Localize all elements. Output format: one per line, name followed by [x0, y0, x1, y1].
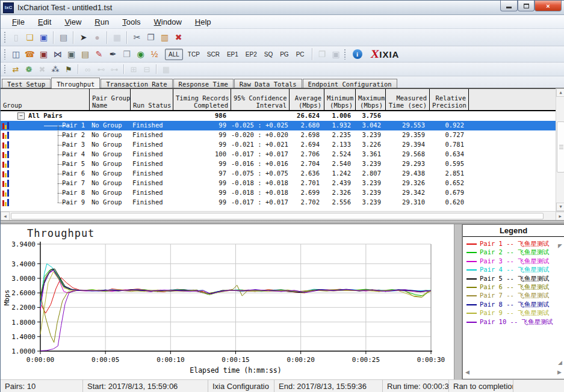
column-header--[interactable]	[469, 89, 556, 110]
save-icon[interactable]: ▣	[37, 32, 50, 43]
scroll-down-icon[interactable]: ▼	[556, 203, 564, 211]
run-icon[interactable]: ➤	[77, 32, 90, 43]
table-row-pair-4[interactable]: Pair 4No GroupFinished100-0.017 : +0.017…	[1, 150, 556, 159]
cell-min: 2.439	[324, 179, 351, 186]
column-header-measured-time-sec-[interactable]: MeasuredTime (sec)	[386, 89, 430, 110]
menu-file[interactable]: File	[5, 16, 31, 28]
column-header-95-confidence-interval[interactable]: 95% ConfidenceInterval	[231, 89, 290, 110]
table-row-pair-5[interactable]: Pair 5No GroupFinished99-0.016 : +0.0162…	[1, 159, 556, 169]
y-tick-label: 1.0000	[11, 348, 36, 355]
open-folder-icon[interactable]: ❏	[23, 32, 36, 43]
copy-icon[interactable]: ❐	[144, 32, 157, 43]
legend-scroll-down-icon[interactable]: ◢	[558, 360, 562, 366]
menu-edit[interactable]: Edit	[31, 16, 58, 28]
vertical-splitter[interactable]	[454, 224, 462, 379]
column-header-timing-records-completed[interactable]: Timing RecordsCompleted	[173, 89, 231, 110]
scroll-up-icon[interactable]: ▲	[556, 88, 564, 97]
toolbar-gripper[interactable]	[4, 64, 7, 73]
leave-group-icon: ⊟	[141, 64, 153, 75]
scroll-right-icon[interactable]: ▶	[556, 212, 564, 221]
menu-tools[interactable]: Tools	[116, 16, 147, 28]
relink-pairs-icon: ⊶	[108, 64, 120, 75]
filter-ep1[interactable]: EP1	[225, 49, 241, 60]
filter-sq[interactable]: SQ	[262, 49, 275, 60]
menu-help[interactable]: Help	[188, 16, 218, 28]
table-row-pair-8[interactable]: Pair 8No GroupFinished99-0.018 : +0.0182…	[1, 188, 556, 198]
filter-pc[interactable]: PC	[294, 49, 307, 60]
table-row-pair-2[interactable]: Pair 2No GroupFinished99-0.020 : +0.0202…	[1, 130, 556, 140]
add-multicast-group-icon[interactable]: ⋈	[51, 49, 64, 60]
filter-ep2[interactable]: EP2	[243, 49, 259, 60]
toolbar-separator	[107, 31, 108, 44]
replicate-pair-icon[interactable]: ❒	[120, 49, 133, 60]
toolbar-gripper[interactable]	[344, 49, 347, 60]
close-button[interactable]: ×	[535, 1, 562, 11]
filter-tcp[interactable]: TCP	[185, 49, 202, 60]
wizard-icon[interactable]: ❁	[23, 64, 35, 75]
cell-prec: 0.652	[430, 179, 464, 186]
cell-prec: 0.922	[430, 121, 464, 129]
tab-raw-data-totals[interactable]: Raw Data Totals	[234, 79, 302, 88]
filter-pg[interactable]: PG	[277, 49, 291, 60]
finish-flag-icon[interactable]: ⚑	[63, 64, 75, 75]
column-header--run-status[interactable]: Run Status	[131, 89, 173, 110]
collapse-toggle-icon[interactable]: −	[17, 112, 25, 120]
paste-icon[interactable]: ▥	[158, 32, 171, 43]
add-pair-icon[interactable]: ◫	[10, 49, 22, 60]
add-hardware-pair-icon[interactable]: ▣	[65, 49, 78, 60]
filter-scr[interactable]: SCR	[205, 49, 222, 60]
column-header-pair-group-name[interactable]: Pair GroupName	[90, 89, 131, 110]
print-icon[interactable]: ▤	[57, 32, 70, 43]
cell-ci: -0.018 : +0.018	[231, 189, 285, 196]
tab-test-setup[interactable]: Test Setup	[2, 79, 51, 88]
tab-throughput[interactable]: Throughput	[51, 78, 100, 88]
menu-window[interactable]: Window	[147, 16, 188, 28]
tab-endpoint-configuration[interactable]: Endpoint Configuration	[303, 79, 397, 88]
add-payload-pair-icon[interactable]: ▤	[79, 49, 91, 60]
column-header-average-mbps-[interactable]: Average(Mbps)	[290, 89, 324, 110]
toolbar-gripper[interactable]	[4, 49, 7, 60]
table-row-pair-7[interactable]: Pair 7No GroupFinished99-0.018 : +0.0182…	[1, 179, 556, 188]
edit-comment-icon[interactable]: ✒	[107, 49, 119, 60]
edit-pair-icon[interactable]: ✎	[93, 49, 105, 60]
filter-all[interactable]: ALL	[165, 49, 183, 60]
table-row-pair-3[interactable]: Pair 3No GroupFinished99-0.021 : +0.0212…	[1, 140, 556, 150]
table-row-pair-6[interactable]: Pair 6No GroupFinished97-0.075 : +0.0752…	[1, 169, 556, 179]
thumb-grip	[559, 147, 563, 147]
cut-icon[interactable]: ✂	[131, 32, 143, 43]
swap-endpoints-icon[interactable]: ⇄	[10, 64, 22, 75]
horizontal-scroll-thumb[interactable]	[11, 213, 544, 219]
maximize-button[interactable]	[518, 1, 535, 11]
cell-name: Pair 6	[1, 170, 85, 177]
legend-scroll-left-icon[interactable]: ◀	[465, 369, 469, 375]
tab-transaction-rate[interactable]: Transaction Rate	[101, 79, 172, 88]
add-voip-pair-icon[interactable]: ☎	[23, 49, 36, 60]
scroll-left-icon[interactable]: ◀	[1, 212, 10, 221]
column-header-relative-precision[interactable]: RelativePrecision	[430, 89, 469, 110]
add-video-pair-icon[interactable]: ▣	[37, 49, 50, 60]
info-icon[interactable]: i	[353, 49, 362, 59]
vertical-scroll-thumb[interactable]	[557, 121, 564, 173]
menu-view[interactable]: View	[58, 16, 88, 28]
horizontal-splitter[interactable]	[1, 220, 564, 224]
table-row-pair-1[interactable]: Pair 1No GroupFinished99-0.025 : +0.0252…	[1, 121, 556, 130]
delete-icon[interactable]: ✖	[172, 32, 185, 43]
column-header-minimum-mbps-[interactable]: Minimum(Mbps)	[324, 89, 356, 110]
minimize-button[interactable]	[500, 1, 518, 11]
legend-scroll-right-icon[interactable]: ▶	[557, 369, 562, 375]
legend-entry-pair-2: Pair 2 -- 飞鱼星测试	[466, 248, 564, 256]
column-header--group[interactable]: Group	[1, 89, 90, 110]
table-vertical-scrollbar[interactable]: ▲ ▼	[556, 88, 564, 211]
menu-run[interactable]: Run	[88, 16, 116, 28]
web-pair-icon[interactable]: ◉	[134, 49, 147, 60]
all-pairs-summary-row[interactable]: −All Pairs98626.6241.0063.756	[1, 111, 556, 121]
table-horizontal-scrollbar[interactable]: ◀ ▶	[1, 211, 564, 220]
toolbar-gripper[interactable]	[4, 31, 7, 43]
legend-label: Pair 6 -- 飞鱼星测试	[480, 283, 550, 290]
topology-icon[interactable]: ⁂	[49, 64, 61, 75]
column-header-maximum-mbps-[interactable]: Maximum(Mbps)	[356, 89, 386, 110]
tab-response-time[interactable]: Response Time	[173, 79, 234, 88]
renumber-pairs-icon[interactable]: ½	[148, 49, 161, 60]
legend-scroll-up-icon[interactable]: ◤	[558, 243, 562, 249]
table-row-pair-9[interactable]: Pair 9No GroupFinished99-0.017 : +0.0172…	[1, 198, 556, 207]
